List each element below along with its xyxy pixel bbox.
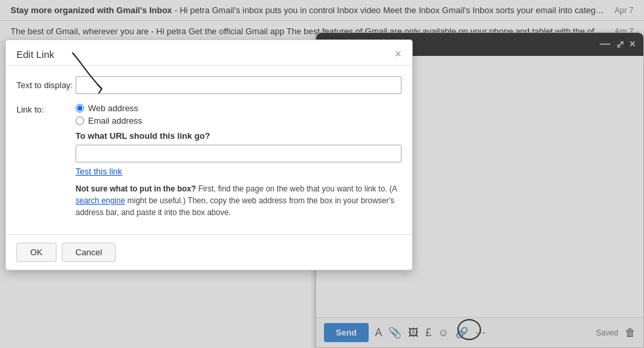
search-engine-link[interactable]: search engine (76, 196, 125, 205)
web-address-label[interactable]: Web address (88, 103, 138, 113)
help-text-1: First, find the page on the web that you… (198, 184, 397, 193)
link-to-options: Web address Email address (76, 103, 402, 128)
cancel-button[interactable]: Cancel (62, 243, 116, 262)
url-question: To what URL should this link go? (76, 131, 402, 141)
dialog-content: Text to display: Link to: Web address Em… (6, 66, 412, 234)
email-address-row: Email address (76, 116, 402, 126)
url-input[interactable] (76, 145, 402, 162)
dialog-title: Edit Link (16, 49, 55, 60)
help-text-block: Not sure what to put in the box? First, … (76, 183, 402, 218)
ok-button[interactable]: OK (16, 243, 57, 262)
url-section: To what URL should this link go? Test th… (76, 131, 402, 218)
email-address-radio[interactable] (76, 116, 84, 125)
dialog-title-bar: Edit Link × (6, 40, 412, 66)
web-address-row: Web address (76, 103, 402, 113)
dialog-footer: OK Cancel (6, 234, 412, 270)
edit-link-dialog: Edit Link × Text to display: Link to: We… (5, 39, 413, 270)
text-to-display-label: Text to display: (16, 80, 76, 90)
link-to-label: Link to: (16, 103, 76, 128)
dialog-close-icon[interactable]: × (394, 48, 402, 60)
email-address-label[interactable]: Email address (88, 116, 142, 126)
help-text-bold: Not sure what to put in the box? (76, 184, 196, 193)
link-to-section: Link to: Web address Email address (16, 103, 402, 128)
text-to-display-row: Text to display: (16, 76, 402, 94)
text-to-display-input[interactable] (76, 76, 402, 94)
test-link[interactable]: Test this link (76, 166, 122, 176)
web-address-radio[interactable] (76, 104, 84, 112)
